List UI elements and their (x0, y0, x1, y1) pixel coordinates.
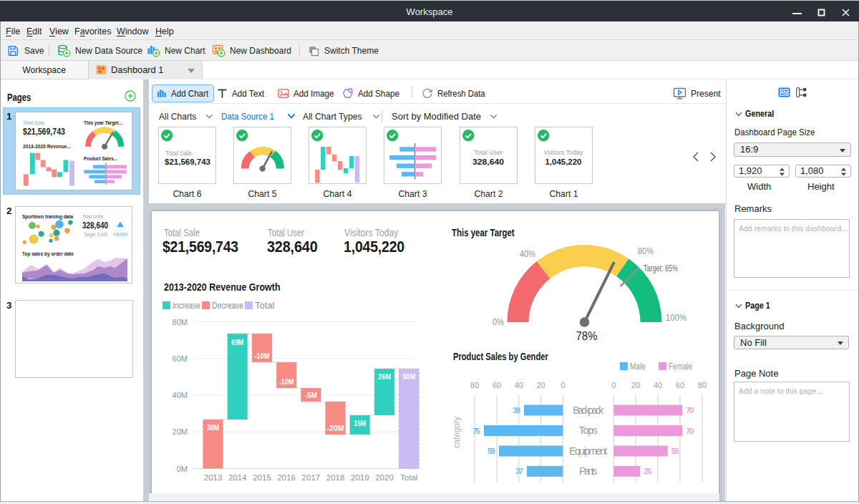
svg-text:75: 75 (472, 427, 481, 435)
svg-text:Pants: Pants (579, 465, 597, 477)
svg-text:60: 60 (492, 381, 501, 389)
svg-text:-10M: -10M (279, 377, 294, 386)
svg-text:Total: Total (400, 473, 417, 482)
svg-text:Top sales by order date: Top sales by order date (22, 251, 74, 257)
svg-text:Total Sale: Total Sale (165, 149, 192, 157)
svg-text:Tops: Tops (579, 425, 598, 436)
svg-text:37: 37 (515, 467, 523, 475)
svg-text:2017: 2017 (302, 473, 321, 482)
svg-text:2019: 2019 (351, 473, 369, 482)
svg-text:70: 70 (686, 406, 694, 415)
svg-text:59: 59 (487, 447, 495, 455)
svg-text:2013-2020 Revenue...: 2013-2020 Revenue... (23, 143, 71, 150)
svg-text:+95.00%: +95.00% (113, 232, 128, 237)
svg-text:2015: 2015 (253, 473, 271, 482)
svg-text:38M: 38M (207, 423, 219, 432)
svg-text:-10M: -10M (255, 352, 270, 360)
svg-text:Sportmen training data: Sportmen training data (22, 213, 73, 220)
svg-text:69M: 69M (231, 338, 243, 346)
svg-text:25: 25 (644, 467, 652, 475)
svg-text:1,045,220: 1,045,220 (545, 158, 582, 166)
svg-text:60M: 60M (173, 354, 188, 363)
svg-text:90M: 90M (402, 372, 415, 381)
svg-text:80: 80 (470, 381, 479, 389)
svg-text:Total User: Total User (474, 148, 503, 156)
svg-text:60: 60 (676, 381, 684, 389)
svg-text:80: 80 (698, 381, 707, 389)
svg-text:20M: 20M (173, 427, 188, 436)
svg-text:80M: 80M (173, 318, 188, 326)
svg-text:This year Target...: This year Target... (84, 120, 122, 126)
svg-text:category: category (452, 417, 462, 448)
svg-text:Product Sales...: Product Sales... (84, 155, 117, 162)
svg-text:26M: 26M (378, 372, 391, 381)
svg-text:2018: 2018 (326, 473, 345, 482)
svg-text:20: 20 (631, 381, 640, 389)
svg-text:Target: 3,000: Target: 3,000 (84, 232, 107, 238)
svg-text:40: 40 (515, 381, 523, 389)
svg-text:0M: 0M (177, 465, 188, 473)
svg-text:2013: 2013 (204, 473, 223, 482)
svg-text:0: 0 (560, 381, 565, 389)
svg-text:Backpack: Backpack (573, 404, 604, 416)
svg-text:0: 0 (611, 381, 616, 389)
svg-text:40%: 40% (520, 248, 535, 259)
svg-text:38: 38 (513, 406, 521, 415)
svg-text:2016: 2016 (277, 473, 296, 482)
svg-text:40M: 40M (173, 391, 188, 399)
svg-text:Visitors Today: Visitors Today (544, 148, 583, 156)
svg-text:-5M: -5M (305, 391, 317, 399)
svg-text:Target: 85%: Target: 85% (644, 263, 678, 273)
svg-text:40: 40 (654, 381, 662, 389)
svg-text:78%: 78% (576, 329, 598, 343)
svg-text:-20M: -20M (327, 424, 344, 432)
svg-text:20: 20 (536, 381, 545, 389)
svg-text:$21,569,743: $21,569,743 (23, 127, 65, 137)
svg-text:Total Sale: Total Sale (23, 120, 44, 126)
svg-text:2020: 2020 (375, 473, 394, 482)
svg-text:328,640: 328,640 (82, 220, 108, 231)
svg-text:328,640: 328,640 (472, 158, 504, 166)
svg-text:0%: 0% (492, 316, 504, 327)
svg-text:Equipment: Equipment (569, 445, 607, 457)
svg-text:100%: 100% (666, 312, 686, 323)
svg-text:$21,569,743: $21,569,743 (165, 158, 210, 166)
svg-text:2014: 2014 (228, 473, 247, 482)
svg-text:80%: 80% (638, 246, 654, 256)
svg-text:Total Units: Total Units (82, 213, 103, 220)
svg-text:50: 50 (671, 447, 679, 455)
svg-text:15M: 15M (354, 419, 366, 427)
svg-text:70: 70 (686, 427, 694, 435)
